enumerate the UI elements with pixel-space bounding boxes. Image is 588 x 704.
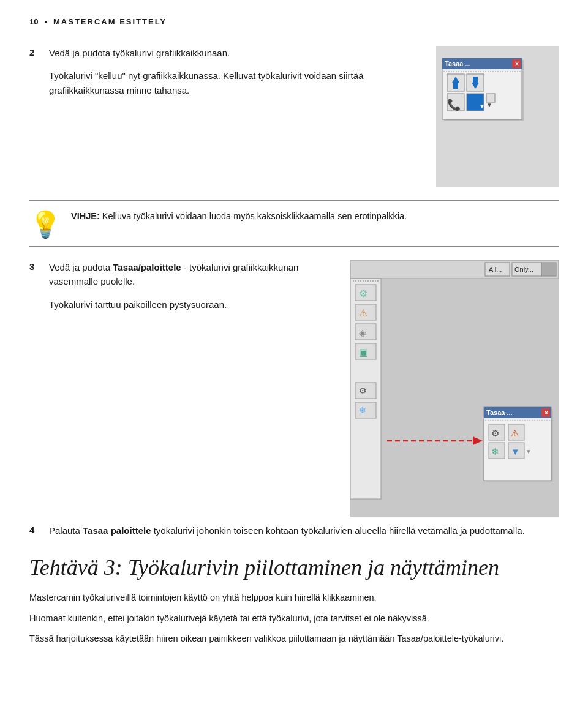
toolbar-image-2 <box>350 260 559 517</box>
step2-para2: Työkalurivi "kelluu" nyt grafiikkaikkuna… <box>49 69 425 97</box>
hint-body: Kelluva työkalurivi voidaan luoda myös k… <box>102 211 407 221</box>
body-para1: Mastercamin työkaluriveillä toimintojen … <box>29 591 559 605</box>
header-bullet: • <box>44 17 47 26</box>
step4-section: 4 Palauta Tasaa paloittele työkalurivi j… <box>29 523 559 537</box>
step2-number: 2 <box>29 46 49 97</box>
step2-image <box>436 46 559 187</box>
step3-content: Vedä ja pudota Tasaa/paloittele - työkal… <box>49 260 339 312</box>
lightbulb-icon: 💡 <box>29 212 61 238</box>
toolbar-image-1 <box>436 46 559 187</box>
page-header: 10 • MASTERCAM ESITTELY <box>29 17 559 29</box>
step2-text-area: 2 Vedä ja pudota työkalurivi grafiikkaik… <box>29 46 425 102</box>
body-para3: Tässä harjoituksessa käytetään hiiren oi… <box>29 632 559 646</box>
step3-para2: Työkalurivi tarttuu paikoilleen pystysuo… <box>49 298 339 312</box>
step3-right <box>350 260 559 517</box>
hint-box: 💡 VIHJE: Kelluva työkalurivi voidaan luo… <box>29 200 559 247</box>
section-title: Tehtävä 3: Työkalurivin piilottaminen ja… <box>29 555 559 581</box>
step2-section: 2 Vedä ja pudota työkalurivi grafiikkaik… <box>29 46 559 187</box>
step3-number: 3 <box>29 260 49 312</box>
page: 10 • MASTERCAM ESITTELY 2 Vedä ja pudota… <box>0 0 588 704</box>
step3-section: 3 Vedä ja pudota Tasaa/paloittele - työk… <box>29 260 559 517</box>
step4-content: Palauta Tasaa paloittele työkalurivi joh… <box>49 523 525 537</box>
step3-para1: Vedä ja pudota Tasaa/paloittele - työkal… <box>49 260 339 289</box>
step3-left: 3 Vedä ja pudota Tasaa/paloittele - työk… <box>29 260 339 517</box>
body-para2: Huomaat kuitenkin, ettei joitakin työkal… <box>29 612 559 626</box>
hint-text: VIHJE: Kelluva työkalurivi voidaan luoda… <box>71 209 407 223</box>
chapter-title: MASTERCAM ESITTELY <box>53 17 167 26</box>
hint-label: VIHJE: <box>71 211 102 221</box>
page-number: 10 <box>29 17 38 26</box>
step4-number: 4 <box>29 523 49 537</box>
step2-para1: Vedä ja pudota työkalurivi grafiikkaikku… <box>49 46 425 60</box>
step2-content: Vedä ja pudota työkalurivi grafiikkaikku… <box>49 46 425 97</box>
step4-para: Palauta Tasaa paloittele työkalurivi joh… <box>49 523 525 537</box>
